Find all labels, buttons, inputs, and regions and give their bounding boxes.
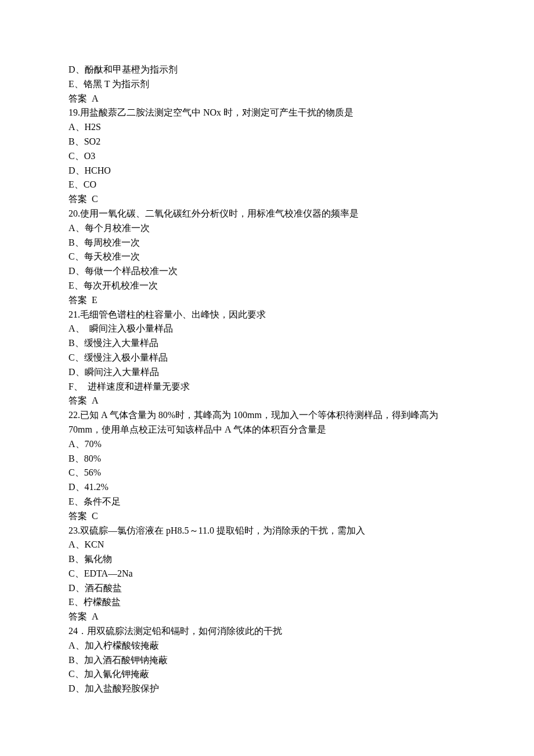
document-page: D、酚酞和甲基橙为指示剂 E、铬黑 T 为指示剂 答案 A 19.用盐酸萘乙二胺… <box>0 0 534 756</box>
text-line: A、每个月校准一次 <box>68 221 466 236</box>
text-line: A、加入柠檬酸铵掩蔽 <box>68 639 466 653</box>
text-line: F、 进样速度和进样量无要求 <box>68 380 466 394</box>
text-line: D、酚酞和甲基橙为指示剂 <box>68 63 466 77</box>
text-line: C、缓慢注入极小量样品 <box>68 351 466 365</box>
text-line: D、HCHO <box>68 164 466 178</box>
text-line: E、条件不足 <box>68 495 466 509</box>
question-line: 24．用双硫腙法测定铅和镉时，如何消除彼此的干扰 <box>68 624 466 639</box>
answer-line: 答案 E <box>68 293 466 308</box>
text-line: D、加入盐酸羟胺保护 <box>68 682 466 696</box>
text-line: B、80% <box>68 452 466 466</box>
text-line: D、瞬间注入大量样品 <box>68 365 466 380</box>
text-line: A、KCN <box>68 538 466 552</box>
question-line: 70mm，使用单点校正法可知该样品中 A 气体的体积百分含量是 <box>68 423 466 437</box>
text-line: E、每次开机校准一次 <box>68 279 466 293</box>
text-line: C、56% <box>68 466 466 480</box>
text-line: B、氟化物 <box>68 552 466 567</box>
question-line: 19.用盐酸萘乙二胺法测定空气中 NOx 时，对测定可产生干扰的物质是 <box>68 106 466 120</box>
text-line: B、加入酒石酸钾钠掩蔽 <box>68 653 466 668</box>
text-line: B、SO2 <box>68 135 466 149</box>
answer-line: 答案 A <box>68 610 466 624</box>
text-line: D、酒石酸盐 <box>68 581 466 596</box>
text-line: D、每做一个样品校准一次 <box>68 264 466 279</box>
answer-line: 答案 C <box>68 509 466 524</box>
text-line: A、H2S <box>68 120 466 135</box>
text-line: E、铬黑 T 为指示剂 <box>68 77 466 92</box>
answer-line: 答案 C <box>68 192 466 207</box>
text-line: B、缓慢注入大量样品 <box>68 336 466 351</box>
text-line: D、41.2% <box>68 480 466 495</box>
question-line: 23.双硫腙—氯仿溶液在 pH8.5～11.0 提取铅时，为消除汞的干扰，需加入 <box>68 524 466 538</box>
text-line: E、CO <box>68 178 466 192</box>
text-line: E、柠檬酸盐 <box>68 595 466 610</box>
text-line: C、每天校准一次 <box>68 250 466 264</box>
question-line: 22.已知 A 气体含量为 80%时，其峰高为 100mm，现加入一个等体积待测… <box>68 408 466 423</box>
answer-line: 答案 A <box>68 394 466 408</box>
text-line: B、每周校准一次 <box>68 236 466 250</box>
question-line: 20.使用一氧化碳、二氧化碳红外分析仪时，用标准气校准仪器的频率是 <box>68 207 466 221</box>
question-line: 21.毛细管色谱柱的柱容量小、出峰快，因此要求 <box>68 308 466 322</box>
text-line: C、EDTA—2Na <box>68 567 466 581</box>
text-line: A、70% <box>68 437 466 452</box>
text-line: A、 瞬间注入极小量样品 <box>68 322 466 336</box>
text-line: C、加入氰化钾掩蔽 <box>68 667 466 682</box>
text-line: C、O3 <box>68 149 466 164</box>
answer-line: 答案 A <box>68 92 466 106</box>
